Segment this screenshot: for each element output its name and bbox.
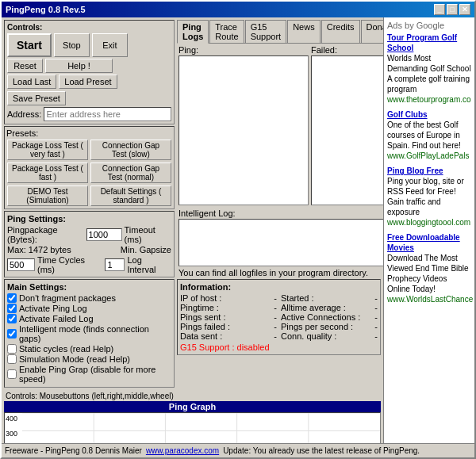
status-text: Freeware - PingPeng 0.8 Dennis Maier <box>5 446 142 455</box>
info-left: IP of host :- Pingtime :- Pings sent :- … <box>180 293 277 341</box>
graph-plot-area: 400 300 200 100 0 <box>4 412 381 443</box>
cb-row-5: Simulation Mode (read Help) <box>7 354 171 364</box>
timecycles-label: Time Cycles (ms) <box>37 255 102 274</box>
reset-button[interactable]: Reset <box>7 59 43 73</box>
pingpackage-row: Pingpackage (Bytes): Timeout (ms) <box>7 225 171 244</box>
ad-2: Ping Blog Free Ping your blog, site or R… <box>387 166 471 228</box>
info-right: Started :- Alltime average :- Active Con… <box>281 293 378 341</box>
info-row-3: Pings failed :- <box>180 322 277 331</box>
presets-label: Presets: <box>6 128 172 138</box>
cb-3[interactable] <box>7 329 17 339</box>
top-btn-row: Start Stop Exit <box>7 33 171 57</box>
ads-title: Ads by Google <box>387 21 471 30</box>
failed-log-label: Failed: <box>311 45 383 55</box>
close-button[interactable]: ✕ <box>459 4 470 15</box>
stop-button[interactable]: Stop <box>54 33 90 57</box>
info-label: Information: <box>180 282 378 292</box>
ping-settings-label: Ping Settings: <box>7 214 171 224</box>
ad-0: Tour Program Golf School Worlds Most Dem… <box>387 33 471 105</box>
max-value: 1472 bytes <box>29 245 71 254</box>
save-preset-button[interactable]: Save Preset <box>7 91 66 105</box>
address-input[interactable] <box>44 107 171 121</box>
ad-3-link[interactable]: www.WorldsLastChance <box>387 294 471 304</box>
cb-row-6: Enable Ping Grap (disable for more speed… <box>7 365 171 384</box>
cb-6[interactable] <box>7 369 17 379</box>
cb-row-3: Intelligent mode (finds connection gaps) <box>7 324 171 343</box>
start-button[interactable]: Start <box>7 33 52 57</box>
tab-news[interactable]: News <box>287 20 321 43</box>
intel-section: Intelligent Log: You can find all logfil… <box>177 207 383 277</box>
preset-btn-3[interactable]: Connection Gap Test (normal) <box>90 163 171 183</box>
info-row-r4: Conn. quality :- <box>281 331 378 341</box>
loginterval-label: Log Interval <box>127 255 171 274</box>
address-row: Address: <box>7 107 171 121</box>
info-row-0: IP of host :- <box>180 293 277 303</box>
preset-btn-1[interactable]: Connection Gap Test (slow) <box>90 140 171 160</box>
loginterval-input[interactable] <box>105 258 125 271</box>
ping-settings-panel: Ping Settings: Pingpackage (Bytes): Time… <box>4 211 175 277</box>
graph-controls-label: Controls: Mousebuttons (left,right,middl… <box>4 391 381 401</box>
title-bar-buttons: _ □ ✕ <box>434 4 470 15</box>
main-window: PingPeng 0.8 Rev.5 _ □ ✕ Controls: Start… <box>0 0 476 459</box>
ad-2-link[interactable]: www.bloggingtoool.com <box>387 217 471 228</box>
cb-4[interactable] <box>7 344 17 354</box>
status-separator: Update: You already use the latest relea… <box>223 446 420 455</box>
tabs-bar: Ping Logs Trace Route G15 Support News C… <box>177 20 383 44</box>
info-row-r2: Active Connections :- <box>281 312 378 322</box>
maximize-button[interactable]: □ <box>447 4 458 15</box>
ping-log-label: Ping: <box>178 45 309 55</box>
preset-btn-0[interactable]: Package Loss Test ( very fast ) <box>7 140 88 160</box>
timecycles-input[interactable] <box>7 258 35 271</box>
cb-2[interactable] <box>7 314 17 323</box>
ad-1-link[interactable]: www.GolfPlayLadePals <box>387 151 471 161</box>
y-axis: 400 300 200 100 0 <box>5 413 22 443</box>
title-bar: PingPeng 0.8 Rev.5 _ □ ✕ <box>2 2 474 17</box>
ad-1-text: One of the best Golf courses of Europe i… <box>387 120 471 151</box>
preset-btn-4[interactable]: DEMO Test (Simulation) <box>7 186 88 206</box>
info-row-2: Pings sent :- <box>180 312 277 322</box>
ad-0-link[interactable]: www.thetourprogram.co <box>387 94 471 105</box>
help-button[interactable]: Help ! <box>45 59 113 73</box>
log-areas: Ping: Failed: <box>177 44 383 207</box>
failed-log-area <box>311 55 383 205</box>
cb-5[interactable] <box>7 354 17 364</box>
tab-ping-logs[interactable]: Ping Logs <box>177 20 209 44</box>
pingpackage-input[interactable] <box>86 228 122 241</box>
ad-3: Free Downloadable Movies Download The Mo… <box>387 232 471 304</box>
preset-btn-2[interactable]: Package Loss Test ( fast ) <box>7 163 88 183</box>
timecycles-row: Time Cycles (ms) Log Interval <box>7 255 171 274</box>
graph-title: Ping Graph <box>4 401 381 412</box>
cb-row-0: Don't fragment packages <box>7 293 171 303</box>
status-link[interactable]: www.paracodex.com <box>146 446 219 455</box>
ad-2-text: Ping your blog, site or RSS Feed for Fre… <box>387 176 471 217</box>
info-row-4: Data sent :- <box>180 331 277 341</box>
max-row: Max: 1472 bytes Min. Gapsize <box>7 245 171 254</box>
tab-trace-route[interactable]: Trace Route <box>209 20 244 43</box>
minimize-button[interactable]: _ <box>434 4 445 15</box>
cb-row-2: Activate Failed Log <box>7 314 171 323</box>
ad-1-title[interactable]: Golf Clubs <box>387 109 471 120</box>
window-title: PingPeng 0.8 Rev.5 <box>6 5 86 14</box>
tab-g15-support[interactable]: G15 Support <box>245 20 287 43</box>
presets-grid: Package Loss Test ( very fast ) Connecti… <box>6 139 172 207</box>
cb-1[interactable] <box>7 304 17 313</box>
pingpackage-label: Pingpackage (Bytes): <box>7 225 84 244</box>
ad-2-title[interactable]: Ping Blog Free <box>387 166 471 176</box>
information-panel: Information: IP of host :- Pingtime :- <box>177 279 381 355</box>
logs-section: Ping Logs Trace Route G15 Support News C… <box>177 20 383 277</box>
tab-credits[interactable]: Credits <box>321 20 360 43</box>
load-last-button[interactable]: Load Last <box>7 75 56 89</box>
preset-btn-5[interactable]: Default Settings ( standard ) <box>90 186 171 206</box>
cb-0[interactable] <box>7 293 17 303</box>
ads-panel: Ads by Google Tour Program Golf School W… <box>383 17 474 443</box>
controls-label: Controls: <box>7 23 171 32</box>
exit-button[interactable]: Exit <box>92 33 128 57</box>
ping-log-area <box>178 55 309 205</box>
intel-log-area <box>178 219 383 266</box>
info-row-1: Pingtime :- <box>180 303 277 312</box>
ad-0-title[interactable]: Tour Program Golf School <box>387 33 471 53</box>
load-preset-button[interactable]: Load Preset <box>59 75 117 89</box>
ad-3-title[interactable]: Free Downloadable Movies <box>387 232 471 253</box>
presets-panel: Presets: Package Loss Test ( very fast )… <box>4 126 175 209</box>
tab-donate[interactable]: Donate <box>361 20 383 43</box>
